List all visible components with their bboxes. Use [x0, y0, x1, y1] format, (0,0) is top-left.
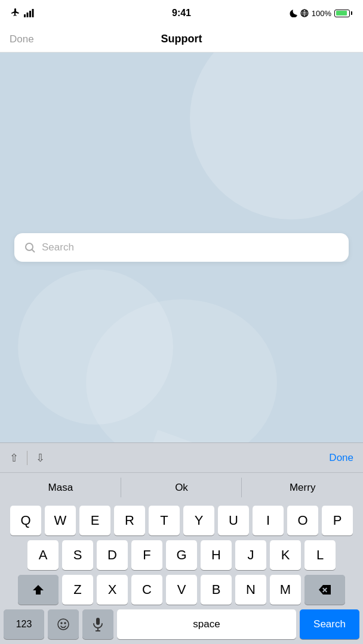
shift-icon	[32, 583, 45, 596]
key-delete[interactable]	[304, 575, 345, 605]
key-row-bottom: 123 space Search	[2, 609, 361, 639]
key-j[interactable]: J	[235, 540, 266, 570]
svg-rect-1	[27, 13, 29, 17]
key-h[interactable]: H	[201, 540, 232, 570]
search-input[interactable]	[42, 242, 339, 253]
key-r[interactable]: R	[114, 506, 145, 535]
moon-icon	[289, 9, 297, 17]
key-microphone[interactable]	[82, 609, 113, 639]
nav-done-button[interactable]: Done	[10, 33, 34, 45]
globe-icon	[300, 9, 309, 17]
key-g[interactable]: G	[166, 540, 197, 570]
toolbar-done-button[interactable]: Done	[329, 452, 353, 464]
key-z[interactable]: Z	[62, 575, 93, 605]
key-f[interactable]: F	[131, 540, 162, 570]
key-i[interactable]: I	[253, 506, 284, 535]
mic-icon	[92, 617, 104, 631]
content-area	[0, 52, 363, 442]
key-search[interactable]: Search	[300, 609, 359, 639]
key-v[interactable]: V	[166, 575, 197, 605]
key-s[interactable]: S	[62, 540, 93, 570]
toolbar-next-button[interactable]: ⇩	[36, 451, 45, 465]
key-row-2: A S D F G H J K L	[2, 540, 361, 570]
nav-bar: Done Support	[0, 26, 363, 52]
search-bar[interactable]	[14, 233, 349, 262]
search-bar-container	[14, 233, 349, 262]
search-icon	[24, 242, 36, 253]
svg-point-13	[64, 623, 66, 624]
svg-point-9	[26, 243, 33, 250]
airplane-icon	[11, 8, 20, 18]
key-d[interactable]: D	[97, 540, 128, 570]
svg-rect-14	[96, 618, 100, 625]
key-k[interactable]: K	[270, 540, 301, 570]
bg-circle-large	[190, 52, 363, 219]
emoji-icon	[56, 617, 70, 631]
key-c[interactable]: C	[131, 575, 162, 605]
status-left	[11, 8, 36, 18]
signal-icon	[24, 9, 36, 17]
key-shift[interactable]	[18, 575, 59, 605]
toolbar-prev-button[interactable]: ⇧	[10, 451, 19, 465]
key-numbers[interactable]: 123	[4, 609, 44, 639]
autocorrect-item-0[interactable]: Masa	[0, 473, 121, 502]
key-n[interactable]: N	[235, 575, 266, 605]
key-w[interactable]: W	[45, 506, 76, 535]
toolbar-nav: ⇧ ⇩	[10, 451, 45, 465]
key-y[interactable]: Y	[183, 506, 214, 535]
key-o[interactable]: O	[287, 506, 318, 535]
key-e[interactable]: E	[79, 506, 110, 535]
key-l[interactable]: L	[304, 540, 336, 570]
key-emoji[interactable]	[48, 609, 79, 639]
key-m[interactable]: M	[270, 575, 301, 605]
toolbar-divider	[27, 451, 27, 465]
key-row-1: Q W E R T Y U I O P	[2, 506, 361, 535]
autocorrect-item-2[interactable]: Merry	[242, 473, 363, 502]
key-row-3: Z X C V B N M	[2, 575, 361, 605]
svg-point-11	[58, 619, 69, 630]
svg-point-12	[61, 623, 62, 624]
key-x[interactable]: X	[97, 575, 128, 605]
autocorrect-bar: Masa Ok Merry	[0, 472, 363, 502]
key-space[interactable]: space	[117, 609, 296, 639]
key-q[interactable]: Q	[10, 506, 41, 535]
svg-rect-3	[32, 9, 34, 17]
svg-line-10	[32, 250, 35, 253]
key-a[interactable]: A	[27, 540, 59, 570]
keyboard-toolbar: ⇧ ⇩ Done	[0, 442, 363, 472]
delete-icon	[318, 584, 331, 595]
status-right: 100%	[289, 9, 352, 18]
battery-icon	[334, 10, 352, 17]
status-bar: 9:41 100%	[0, 0, 363, 26]
key-b[interactable]: B	[201, 575, 232, 605]
autocorrect-item-1[interactable]: Ok	[121, 473, 242, 502]
key-t[interactable]: T	[149, 506, 180, 535]
key-u[interactable]: U	[218, 506, 249, 535]
svg-rect-2	[29, 11, 31, 17]
status-time: 9:41	[172, 8, 191, 18]
nav-title: Support	[161, 33, 202, 45]
keyboard: Q W E R T Y U I O P A S D F G H J K L Z …	[0, 502, 363, 644]
key-p[interactable]: P	[322, 506, 353, 535]
battery-percent: 100%	[312, 9, 331, 18]
svg-rect-0	[24, 14, 26, 17]
